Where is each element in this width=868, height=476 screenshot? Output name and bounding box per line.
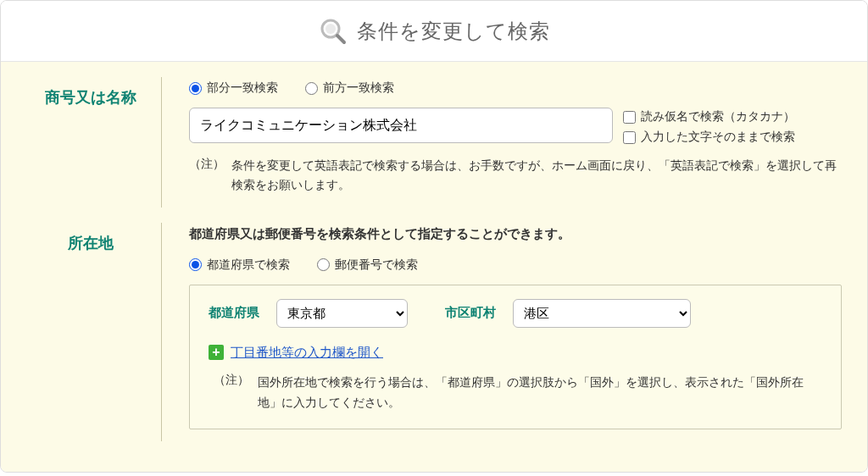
radio-prefecture[interactable]: 都道府県で検索 [189, 257, 290, 273]
radio-prefecture-input[interactable] [189, 258, 202, 271]
radio-prefix-match[interactable]: 前方一致検索 [305, 80, 394, 96]
section-location: 所在地 都道府県又は郵便番号を検索条件として指定することができます。 都道府県で… [26, 223, 842, 442]
name-checkbox-col: 読み仮名で検索（カタカナ） 入力した文字そのままで検索 [623, 108, 795, 145]
prefecture-select[interactable]: 東京都 [276, 299, 408, 328]
select-row: 都道府県 東京都 市区町村 港区 [209, 299, 822, 328]
location-intro: 都道府県又は郵便番号を検索条件として指定することができます。 [189, 226, 842, 242]
radio-partial-match[interactable]: 部分一致検索 [189, 80, 278, 96]
checkbox-exact-label: 入力した文字そのままで検索 [641, 130, 795, 145]
note-marker: （注） [189, 157, 225, 196]
section-name-content: 部分一致検索 前方一致検索 読み仮名で検索（カタカナ） [162, 77, 842, 208]
prefecture-label: 都道府県 [209, 305, 259, 321]
location-box: 都道府県 東京都 市区町村 港区 + 丁目番地等の入力欄を開く [189, 285, 842, 430]
name-match-radio-row: 部分一致検索 前方一致検索 [189, 80, 842, 96]
section-location-content: 都道府県又は郵便番号を検索条件として指定することができます。 都道府県で検索 郵… [162, 223, 842, 442]
radio-postal[interactable]: 郵便番号で検索 [317, 257, 418, 273]
checkbox-exact[interactable]: 入力した文字そのままで検索 [623, 130, 795, 145]
expand-address-link[interactable]: 丁目番地等の入力欄を開く [231, 345, 383, 361]
city-select[interactable]: 港区 [513, 299, 691, 328]
name-input-row: 読み仮名で検索（カタカナ） 入力した文字そのままで検索 [189, 108, 842, 145]
checkbox-exact-input[interactable] [623, 131, 636, 144]
section-name: 商号又は名称 部分一致検索 前方一致検索 [26, 77, 842, 208]
checkbox-kana[interactable]: 読み仮名で検索（カタカナ） [623, 109, 795, 125]
header: 条件を変更して検索 [1, 1, 867, 62]
radio-prefecture-label: 都道府県で検索 [207, 257, 290, 273]
svg-line-2 [337, 36, 344, 42]
radio-postal-label: 郵便番号で検索 [335, 257, 418, 273]
radio-postal-input[interactable] [317, 258, 330, 271]
radio-partial-match-label: 部分一致検索 [207, 80, 278, 96]
radio-prefix-match-label: 前方一致検索 [323, 80, 394, 96]
note-marker: （注） [214, 373, 249, 414]
radio-prefix-match-input[interactable] [305, 82, 318, 95]
location-mode-radio-row: 都道府県で検索 郵便番号で検索 [189, 257, 842, 273]
search-icon [318, 16, 348, 47]
city-label: 市区町村 [445, 305, 496, 321]
expand-row: + 丁目番地等の入力欄を開く [209, 345, 822, 361]
name-note: （注） 条件を変更して英語表記で検索する場合は、お手数ですが、ホーム画面に戻り、… [189, 157, 842, 196]
company-name-input[interactable] [189, 108, 613, 143]
svg-point-1 [326, 24, 336, 34]
search-form-container: 条件を変更して検索 商号又は名称 部分一致検索 前方一致検索 [0, 0, 868, 473]
form-body: 商号又は名称 部分一致検索 前方一致検索 [1, 62, 867, 472]
header-title: 条件を変更して検索 [357, 18, 550, 45]
location-note: （注） 国外所在地で検索を行う場合は、「都道府県」の選択肢から「国外」を選択し、… [209, 373, 822, 414]
checkbox-kana-label: 読み仮名で検索（カタカナ） [641, 109, 795, 125]
checkbox-kana-input[interactable] [623, 111, 636, 124]
note-text: 国外所在地で検索を行う場合は、「都道府県」の選択肢から「国外」を選択し、表示され… [258, 373, 822, 414]
plus-icon: + [209, 345, 224, 360]
section-location-label: 所在地 [26, 223, 162, 442]
radio-partial-match-input[interactable] [189, 82, 202, 95]
note-text: 条件を変更して英語表記で検索する場合は、お手数ですが、ホーム画面に戻り、「英語表… [231, 157, 842, 196]
section-name-label: 商号又は名称 [26, 77, 162, 208]
